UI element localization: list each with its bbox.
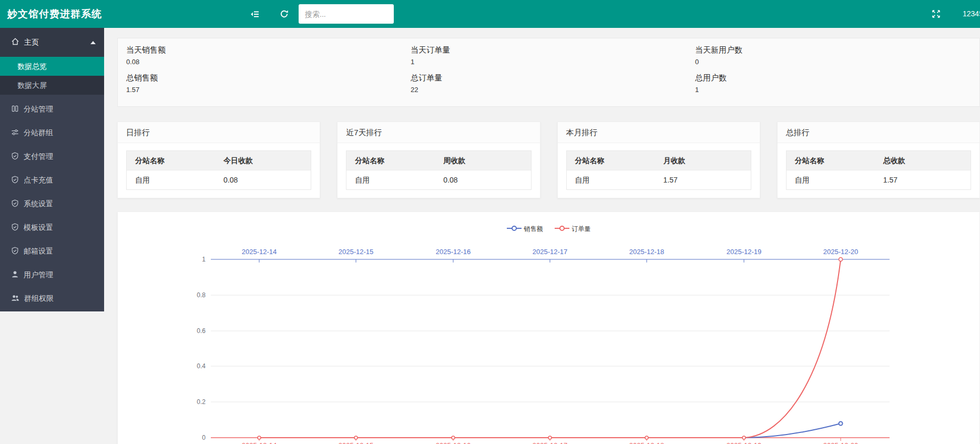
sidebar-item-label: 用户管理 [24, 270, 53, 280]
sidebar-item-label: 分站管理 [24, 105, 53, 114]
sidebar-item-label: 分站群组 [24, 128, 53, 138]
svg-text:2025-12-14: 2025-12-14 [242, 441, 277, 444]
sidebar-item-substation-groups[interactable]: 分站群组 [0, 121, 104, 145]
site-name-cell: 自用 [346, 170, 435, 189]
orders-data-points [258, 258, 843, 440]
sidebar-item-card-recharge[interactable]: 点卡充值 [0, 168, 104, 192]
sliders-icon [11, 128, 19, 138]
orders-series-line [259, 259, 841, 438]
ranking-table: 分站名称 今日收款 自用 0.08 [126, 150, 311, 190]
svg-text:2025-12-17: 2025-12-17 [533, 248, 568, 256]
search-input[interactable] [299, 4, 394, 24]
sidebar-nav: 主页 数据总览 数据大屏 分站管理 分站群组 [0, 28, 104, 311]
svg-text:2025-12-19: 2025-12-19 [727, 248, 762, 256]
card-title: 日排行 [118, 122, 320, 143]
stat-label: 当天销售额 [126, 45, 411, 55]
amount-cell: 0.08 [435, 170, 530, 189]
svg-text:0.8: 0.8 [197, 291, 206, 299]
site-name-cell: 自用 [787, 170, 875, 189]
stat-label: 总用户数 [695, 73, 979, 83]
ranking-card-total: 总排行 分站名称 总收款 自用 1.57 [777, 122, 980, 198]
stat-label: 总订单量 [411, 73, 695, 83]
columns-icon [11, 105, 19, 114]
ranking-table: 分站名称 月收款 自用 1.57 [566, 150, 751, 190]
shield-check-icon [11, 247, 19, 256]
column-header: 今日收款 [215, 151, 311, 170]
stat-today-sales: 当天销售额 0.08 [126, 45, 411, 73]
stat-value: 1 [411, 58, 695, 66]
sidebar-item-data-overview[interactable]: 数据总览 [0, 57, 104, 76]
stats-panel: 当天销售额 0.08 当天订单量 1 当天新用户数 0 总销售额 1.57 总订… [117, 38, 980, 107]
ranking-card-daily: 日排行 分站名称 今日收款 自用 0.08 [117, 122, 320, 198]
sidebar-item-substation-manage[interactable]: 分站管理 [0, 97, 104, 121]
stat-value: 1 [695, 86, 979, 94]
shrink-menu-icon [250, 9, 260, 19]
ranking-table: 分站名称 总收款 自用 1.57 [786, 150, 971, 190]
top-x-axis-labels: 2025-12-14 2025-12-15 2025-12-16 2025-12… [242, 248, 859, 256]
column-header: 月收款 [655, 151, 751, 170]
sidebar-item-label: 邮箱设置 [24, 247, 53, 256]
ranking-card-week: 近7天排行 分站名称 周收款 自用 0.08 [337, 122, 540, 198]
svg-text:2025-12-20: 2025-12-20 [823, 248, 859, 256]
sidebar-item-label: 主页 [24, 38, 39, 47]
sidebar-item-data-screen[interactable]: 数据大屏 [0, 76, 104, 95]
sidebar-item-home[interactable]: 主页 [0, 28, 104, 57]
svg-text:2025-12-16: 2025-12-16 [436, 248, 471, 256]
ranking-cards-row: 日排行 分站名称 今日收款 自用 0.08 近7天排行 [117, 122, 980, 198]
amount-cell: 1.57 [655, 170, 751, 189]
column-header: 分站名称 [787, 151, 875, 170]
fullscreen-button[interactable] [925, 0, 946, 28]
search-box [299, 4, 394, 24]
username-menu[interactable]: 12345 [963, 0, 980, 28]
table-row: 自用 1.57 [567, 170, 751, 189]
sidebar-item-user-manage[interactable]: 用户管理 [0, 263, 104, 287]
ranking-table: 分站名称 周收款 自用 0.08 [346, 150, 531, 190]
users-icon [11, 294, 19, 304]
chevron-up-icon [90, 41, 96, 44]
ranking-card-month: 本月排行 分站名称 月收款 自用 1.57 [557, 122, 760, 198]
svg-text:2025-12-14: 2025-12-14 [242, 248, 277, 256]
svg-text:2025-12-17: 2025-12-17 [533, 441, 568, 444]
legend-item-sales[interactable]: 销售额 [507, 225, 543, 234]
top-header: 妙文馆付费进群系统 [0, 0, 980, 28]
svg-text:2025-12-18: 2025-12-18 [629, 248, 665, 256]
legend-marker-blue [507, 225, 522, 233]
sidebar-item-label: 支付管理 [24, 152, 53, 162]
home-icon [11, 37, 19, 47]
sidebar-item-system-settings[interactable]: 系统设置 [0, 192, 104, 216]
stat-value: 0.08 [126, 58, 411, 66]
sales-orders-chart-card: 销售额 订单量 1 [117, 211, 980, 444]
stat-total-orders: 总订单量 22 [411, 73, 695, 101]
stat-today-new-users: 当天新用户数 0 [695, 45, 979, 73]
site-name-cell: 自用 [127, 170, 215, 189]
shield-check-icon [11, 223, 19, 233]
sidebar-item-label: 模板设置 [24, 223, 53, 233]
card-title: 总排行 [778, 122, 979, 143]
bottom-x-axis-labels: 2025-12-14 2025-12-15 2025-12-16 2025-12… [242, 441, 859, 444]
sidebar-item-template-settings[interactable]: 模板设置 [0, 216, 104, 239]
svg-text:0: 0 [202, 434, 206, 441]
user-icon [11, 270, 19, 280]
stat-total-sales: 总销售额 1.57 [126, 73, 411, 101]
column-header: 分站名称 [127, 151, 215, 170]
sidebar-item-payment-manage[interactable]: 支付管理 [0, 145, 104, 168]
svg-text:2025-12-18: 2025-12-18 [629, 441, 665, 444]
sales-series-line [259, 423, 841, 438]
shield-check-icon [11, 199, 19, 209]
legend-label: 销售额 [524, 225, 543, 234]
sidebar-item-group-permissions[interactable]: 群组权限 [0, 287, 104, 310]
card-title: 近7天排行 [338, 122, 539, 143]
sidebar-item-label: 群组权限 [24, 294, 54, 304]
svg-text:0.6: 0.6 [197, 327, 206, 335]
stat-label: 总销售额 [126, 73, 411, 83]
svg-text:0.2: 0.2 [197, 398, 206, 406]
sidebar-item-email-settings[interactable]: 邮箱设置 [0, 239, 104, 263]
column-header: 总收款 [875, 151, 971, 170]
table-row: 自用 0.08 [346, 170, 530, 189]
legend-item-orders[interactable]: 订单量 [555, 225, 591, 234]
stat-label: 当天新用户数 [695, 45, 979, 55]
refresh-button[interactable] [273, 0, 294, 28]
sidebar-menu-list: 分站管理 分站群组 支付管理 [0, 97, 104, 310]
collapse-sidebar-button[interactable] [244, 0, 266, 28]
column-header: 分站名称 [567, 151, 655, 170]
